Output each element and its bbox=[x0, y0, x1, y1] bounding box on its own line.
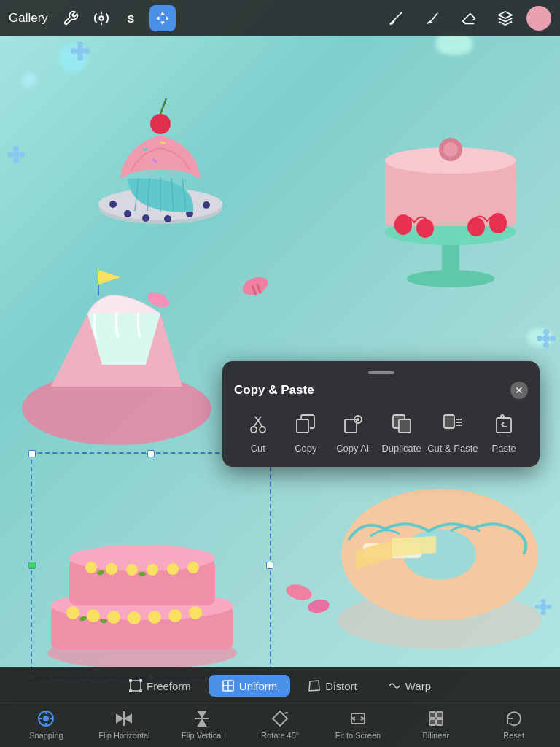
svg-point-28 bbox=[467, 217, 485, 236]
paste-action[interactable]: Paste bbox=[482, 409, 526, 454]
svg-point-54 bbox=[542, 335, 550, 342]
fit-to-screen-tool[interactable]: Fit to Screen bbox=[332, 709, 384, 740]
svg-point-80 bbox=[147, 564, 158, 576]
svg-point-66 bbox=[66, 606, 79, 619]
popup-actions: Cut Copy bbox=[234, 409, 528, 454]
layer-cake-illustration bbox=[36, 460, 248, 671]
canvas-area[interactable]: Gallery S bbox=[0, 0, 560, 747]
copy-icon bbox=[291, 409, 320, 438]
svg-point-109 bbox=[44, 716, 48, 721]
rotate-45-label: Rotate 45° bbox=[261, 731, 299, 740]
tab-distort[interactable]: Distort bbox=[295, 675, 370, 697]
svg-point-68 bbox=[107, 611, 120, 624]
brush-tool-button[interactable] bbox=[383, 5, 409, 31]
duplicate-action[interactable]: Duplicate bbox=[380, 409, 424, 454]
floral-deco-2 bbox=[7, 146, 26, 164]
bilinear-tool[interactable]: Bilinear bbox=[411, 709, 462, 740]
selection-handle-tm[interactable] bbox=[147, 450, 155, 457]
svg-point-48 bbox=[7, 152, 13, 158]
svg-point-70 bbox=[148, 611, 161, 624]
tab-freeform-label: Freeform bbox=[147, 680, 191, 692]
reset-label: Reset bbox=[503, 731, 524, 740]
selection-tool-button[interactable]: S bbox=[119, 5, 145, 31]
svg-point-103 bbox=[130, 690, 132, 692]
svg-rect-35 bbox=[256, 283, 262, 293]
flip-horizontal-tool[interactable]: Flip Horizontal bbox=[98, 709, 149, 740]
cut-paste-action[interactable]: Cut & Paste bbox=[427, 409, 478, 454]
floral-deco-4 bbox=[536, 328, 556, 349]
svg-point-33 bbox=[241, 277, 270, 295]
svg-rect-89 bbox=[297, 419, 308, 433]
actions-button[interactable] bbox=[58, 5, 84, 31]
svg-point-25 bbox=[443, 142, 458, 157]
svg-rect-113 bbox=[429, 712, 435, 718]
svg-rect-34 bbox=[252, 285, 257, 295]
user-avatar[interactable] bbox=[526, 6, 551, 31]
flip-vertical-label: Flip Vertical bbox=[182, 731, 223, 740]
smudge-tool-button[interactable] bbox=[419, 5, 446, 31]
svg-point-7 bbox=[203, 201, 210, 209]
popup-close-button[interactable]: ✕ bbox=[510, 382, 528, 399]
rotate-45-tool[interactable]: Rotate 45° bbox=[254, 709, 306, 740]
eraser-tool-button[interactable] bbox=[456, 5, 482, 31]
copy-all-action[interactable]: Copy All bbox=[332, 409, 376, 454]
fit-to-screen-label: Fit to Screen bbox=[335, 731, 381, 740]
svg-point-67 bbox=[87, 609, 100, 622]
reset-tool[interactable]: Reset bbox=[489, 709, 540, 740]
svg-point-27 bbox=[416, 219, 434, 238]
duplicate-label: Duplicate bbox=[381, 443, 421, 454]
svg-point-55 bbox=[543, 329, 549, 335]
cut-label: Cut bbox=[251, 443, 265, 454]
svg-point-57 bbox=[543, 342, 549, 348]
svg-point-69 bbox=[128, 611, 141, 624]
bottom-bar: Freeform Uniform Distort bbox=[0, 667, 560, 747]
svg-point-46 bbox=[19, 152, 25, 158]
cut-paste-icon bbox=[438, 409, 467, 438]
svg-text:S: S bbox=[127, 13, 134, 25]
cake-stand-illustration bbox=[363, 88, 538, 292]
svg-point-101 bbox=[130, 680, 132, 682]
copy-action[interactable]: Copy bbox=[284, 409, 327, 454]
bilinear-label: Bilinear bbox=[422, 731, 449, 740]
transform-tabs: Freeform Uniform Distort bbox=[0, 667, 560, 703]
gallery-button[interactable]: Gallery bbox=[9, 11, 48, 26]
copy-label: Copy bbox=[295, 443, 316, 454]
adjustments-button[interactable] bbox=[88, 5, 114, 31]
selection-handle-mr[interactable] bbox=[266, 562, 273, 569]
svg-point-43 bbox=[71, 48, 77, 54]
svg-point-2 bbox=[109, 201, 117, 208]
svg-point-17 bbox=[150, 114, 171, 134]
cupcake-illustration bbox=[88, 40, 233, 244]
selection-handle-tl[interactable] bbox=[28, 450, 36, 457]
cut-paste-label: Cut & Paste bbox=[427, 443, 478, 454]
cut-action[interactable]: Cut bbox=[236, 409, 280, 454]
transform-button[interactable] bbox=[149, 5, 176, 31]
svg-point-37 bbox=[284, 584, 314, 602]
tab-freeform[interactable]: Freeform bbox=[116, 675, 204, 697]
selection-handle-ml[interactable] bbox=[28, 562, 36, 569]
tab-warp[interactable]: Warp bbox=[375, 675, 444, 697]
snapping-tool[interactable]: Snapping bbox=[20, 709, 71, 740]
flip-vertical-tool[interactable]: Flip Vertical bbox=[176, 709, 228, 740]
tab-uniform[interactable]: Uniform bbox=[209, 675, 291, 697]
cut-icon bbox=[244, 409, 273, 438]
svg-rect-114 bbox=[437, 712, 443, 718]
copy-all-label: Copy All bbox=[336, 443, 371, 454]
top-toolbar: Gallery S bbox=[0, 0, 560, 36]
tab-warp-label: Warp bbox=[405, 680, 431, 692]
svg-point-5 bbox=[164, 215, 171, 222]
flip-horizontal-label: Flip Horizontal bbox=[98, 731, 149, 740]
copy-paste-popup: Copy & Paste ✕ Cut bbox=[222, 361, 540, 467]
svg-rect-116 bbox=[437, 719, 443, 725]
svg-rect-93 bbox=[399, 419, 411, 433]
popup-title: Copy & Paste bbox=[234, 383, 314, 398]
popup-drag-handle[interactable] bbox=[368, 371, 394, 374]
svg-point-47 bbox=[13, 158, 19, 163]
candy-deco-3 bbox=[284, 584, 314, 602]
cake-slice-illustration bbox=[15, 255, 219, 445]
svg-point-4 bbox=[142, 214, 149, 222]
layers-button[interactable] bbox=[492, 5, 518, 31]
snapping-label: Snapping bbox=[29, 731, 63, 740]
svg-rect-94 bbox=[444, 415, 454, 428]
paste-icon bbox=[489, 409, 518, 438]
